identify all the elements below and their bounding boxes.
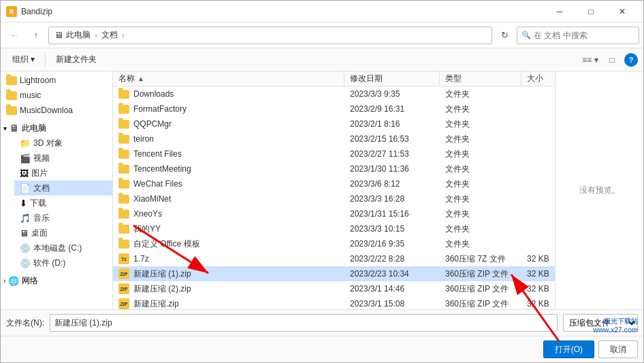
folder-icon xyxy=(6,91,17,100)
file-cell-name: teiron xyxy=(113,131,344,146)
sidebar-item-music[interactable]: music xyxy=(1,88,112,103)
sidebar-item-video[interactable]: 🎬 视频 xyxy=(14,151,112,165)
sidebar-item-label: 3D 对象 xyxy=(33,138,63,149)
sidebar-item-label: music xyxy=(20,91,41,100)
video-icon: 🎬 xyxy=(20,153,31,163)
file-cell-type: 360压缩 ZIP 文件 xyxy=(440,266,521,281)
minimize-button[interactable]: ─ xyxy=(544,1,575,22)
col-header-type[interactable]: 类型 xyxy=(440,72,521,86)
file-name-text: WeChat Files xyxy=(133,179,182,189)
col-header-name[interactable]: 名称 ▲ xyxy=(113,72,344,86)
search-input[interactable] xyxy=(534,31,636,40)
sidebar-section-thispc[interactable]: ▾ 🖥 此电脑 xyxy=(1,121,112,136)
col-date-label: 修改日期 xyxy=(350,73,383,84)
folder-icon xyxy=(118,180,129,189)
refresh-button[interactable]: ↻ xyxy=(495,27,514,44)
file-cell-size xyxy=(521,236,555,251)
file-name-text: 新建压缩.zip xyxy=(133,298,179,310)
toolbar-right: ≡≡ ▾ □ ? xyxy=(581,51,638,69)
filename-input[interactable] xyxy=(50,314,558,332)
file-cell-name: ZIP 新建压缩.zip xyxy=(113,296,344,309)
disk-c-icon: 💿 xyxy=(20,243,31,253)
sidebar-item-lightroom[interactable]: Lightroom xyxy=(1,73,112,88)
file-name-text: 新建压缩 (1).zip xyxy=(133,268,191,280)
table-row[interactable]: 我的YY 2023/3/3 10:15 文件夹 xyxy=(113,221,555,236)
table-row[interactable]: 7z 1.7z 2023/2/22 8:28 360压缩 7Z 文件 32 KB xyxy=(113,251,555,266)
sort-up-icon: ▲ xyxy=(138,75,144,82)
back-button[interactable]: ← xyxy=(5,27,24,44)
col-header-date[interactable]: 修改日期 xyxy=(344,72,440,86)
title-bar: B Bandizip ─ □ ✕ xyxy=(1,1,643,22)
file-cell-size xyxy=(521,101,555,116)
sidebar-item-docs[interactable]: 📄 文档 xyxy=(14,180,112,195)
sidebar-item-label: 文档 xyxy=(33,183,50,194)
file-cell-date: 2023/2/16 9:35 xyxy=(344,236,440,251)
zip-icon: ZIP xyxy=(118,298,129,309)
table-row[interactable]: FormatFactory 2023/2/9 16:31 文件夹 xyxy=(113,101,555,116)
file-name-text: teiron xyxy=(133,134,154,144)
sidebar-item-3d[interactable]: 📁 3D 对象 xyxy=(14,136,112,151)
preview-text: 没有预览。 xyxy=(579,185,620,196)
table-row[interactable]: Downloads 2023/3/3 9:35 文件夹 xyxy=(113,86,555,101)
close-button[interactable]: ✕ xyxy=(607,1,638,22)
title-bar-buttons: ─ □ ✕ xyxy=(544,1,638,22)
sidebar-item-label: 视频 xyxy=(33,153,50,164)
file-cell-date: 2023/3/1 15:08 xyxy=(344,296,440,309)
open-button[interactable]: 打开(O) xyxy=(543,341,594,358)
file-name-text: 自定义 Office 模板 xyxy=(133,238,200,250)
table-row[interactable]: WeChat Files 2023/3/6 8:12 文件夹 xyxy=(113,176,555,191)
sidebar-item-desktop[interactable]: 🖥 桌面 xyxy=(14,225,112,240)
file-cell-size: 32 KB xyxy=(521,281,555,296)
file-cell-date: 2023/2/1 8:16 xyxy=(344,116,440,131)
sidebar-item-label: 软件 (D:) xyxy=(33,257,65,269)
sidebar-item-music2[interactable]: 🎵 音乐 xyxy=(14,210,112,225)
up-button[interactable]: ↑ xyxy=(27,27,46,44)
file-cell-type: 文件夹 xyxy=(440,161,521,176)
table-row[interactable]: teiron 2023/2/15 16:53 文件夹 xyxy=(113,131,555,146)
filetype-select[interactable]: 压缩包文件 xyxy=(563,314,638,332)
help-button[interactable]: ? xyxy=(624,53,638,67)
table-row[interactable]: XiaoMiNet 2023/3/3 16:28 文件夹 xyxy=(113,191,555,206)
sidebar-item-local-c[interactable]: 💿 本地磁盘 (C:) xyxy=(14,240,112,255)
file-cell-size xyxy=(521,116,555,131)
table-row[interactable]: Tencent Files 2023/2/27 11:53 文件夹 xyxy=(113,146,555,161)
preview-button[interactable]: □ xyxy=(602,51,622,69)
file-cell-name: TencentMeeting xyxy=(113,161,344,176)
sidebar-item-download[interactable]: ⬇ 下载 xyxy=(14,195,112,210)
sidebar-item-picture[interactable]: 🖼 图片 xyxy=(14,165,112,180)
file-cell-name: WeChat Files xyxy=(113,176,344,191)
sidebar-pc-children: 📁 3D 对象 🎬 视频 🖼 图片 📄 文档 ⬇ 下载 xyxy=(1,136,112,270)
search-box[interactable]: 🔍 xyxy=(517,27,639,44)
folder-icon xyxy=(118,225,129,234)
desktop-icon: 🖥 xyxy=(20,228,29,238)
zip-icon: ZIP xyxy=(118,283,129,294)
table-row[interactable]: 自定义 Office 模板 2023/2/16 9:35 文件夹 xyxy=(113,236,555,251)
table-row[interactable]: ZIP 新建压缩 (2).zip 2023/3/1 14:46 360压缩 ZI… xyxy=(113,281,555,296)
address-sep1: › xyxy=(95,31,97,40)
table-row[interactable]: XneoYs 2023/1/31 15:16 文件夹 xyxy=(113,206,555,221)
network-icon: 🌐 xyxy=(8,276,19,286)
folder-icon xyxy=(118,105,129,114)
sidebar-item-soft-d[interactable]: 💿 软件 (D:) xyxy=(14,255,112,270)
file-cell-size: 32 KB xyxy=(521,266,555,281)
file-cell-size xyxy=(521,221,555,236)
new-folder-button[interactable]: 新建文件夹 xyxy=(50,51,103,69)
sidebar-item-musicdownload[interactable]: MusicDownloa xyxy=(1,103,112,118)
download-icon: ⬇ xyxy=(20,198,27,208)
file-cell-date: 2023/2/23 10:34 xyxy=(344,266,440,281)
table-row[interactable]: ZIP 新建压缩.zip 2023/3/1 15:08 360压缩 ZIP 文件… xyxy=(113,296,555,309)
organize-button[interactable]: 组织 ▾ xyxy=(6,51,41,69)
sidebar-section-network[interactable]: › 🌐 网络 xyxy=(1,273,112,288)
file-cell-type: 360压缩 7Z 文件 xyxy=(440,251,521,266)
file-cell-name: Downloads xyxy=(113,86,344,101)
file-cell-name: FormatFactory xyxy=(113,101,344,116)
address-box[interactable]: 🖥 此电脑 › 文档 › xyxy=(48,27,492,44)
cancel-button[interactable]: 取消 xyxy=(598,341,638,358)
views-button[interactable]: ≡≡ ▾ xyxy=(581,51,600,69)
file-cell-name: ZIP 新建压缩 (1).zip xyxy=(113,266,344,281)
col-header-size[interactable]: 大小 xyxy=(521,72,555,86)
maximize-button[interactable]: □ xyxy=(575,1,607,22)
table-row[interactable]: ZIP 新建压缩 (1).zip 2023/2/23 10:34 360压缩 Z… xyxy=(113,266,555,281)
table-row[interactable]: QQPCMgr 2023/2/1 8:16 文件夹 xyxy=(113,116,555,131)
table-row[interactable]: TencentMeeting 2023/1/30 11:36 文件夹 xyxy=(113,161,555,176)
